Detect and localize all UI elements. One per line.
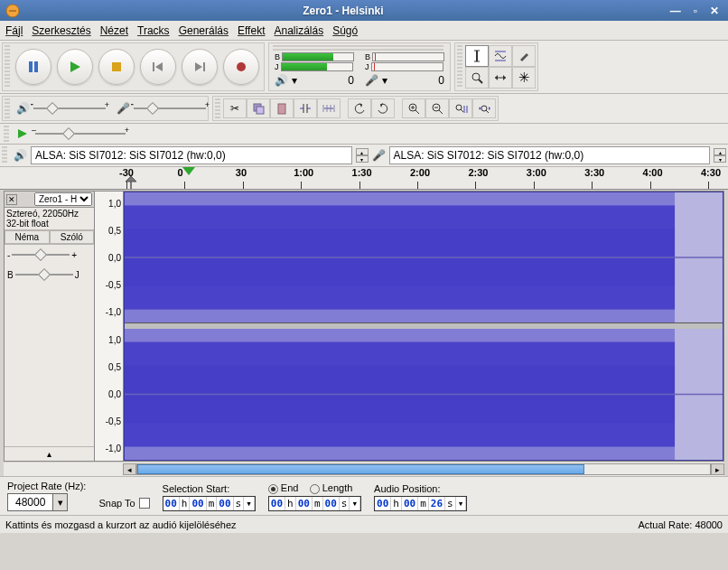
- skip-end-button[interactable]: [182, 49, 218, 85]
- menu-file[interactable]: Fájl: [5, 24, 23, 37]
- playback-speed-slider[interactable]: –+: [35, 127, 126, 140]
- waveform-display[interactable]: [124, 192, 723, 461]
- copy-button[interactable]: [247, 98, 270, 118]
- meter-menu[interactable]: ▾: [382, 74, 387, 87]
- playback-device-spinner[interactable]: ▴▾: [356, 148, 369, 163]
- zoom-in-button[interactable]: [402, 98, 425, 118]
- svg-rect-21: [257, 107, 264, 114]
- redo-button[interactable]: [371, 98, 395, 118]
- selection-end-field[interactable]: 00h00m00s▾: [268, 496, 361, 511]
- fit-project-button[interactable]: [472, 98, 496, 118]
- tools-toolbar: ✳: [454, 42, 538, 91]
- play-at-speed-button[interactable]: [17, 128, 30, 139]
- track-menu[interactable]: Zero1 - He: [34, 192, 92, 206]
- mute-button[interactable]: Néma: [5, 230, 50, 244]
- project-rate-dropdown[interactable]: ▾: [53, 493, 68, 511]
- scroll-right-button[interactable]: ▸: [711, 463, 724, 475]
- svg-marker-23: [359, 103, 362, 107]
- audio-position-field[interactable]: 00h00m26s▾: [374, 496, 467, 511]
- input-volume-slider[interactable]: ⁃+: [134, 102, 206, 115]
- statusbar: Kattints és mozgasd a kurzort az audió k…: [0, 515, 728, 533]
- zoom-tool[interactable]: [465, 67, 489, 89]
- scrollbar-thumb[interactable]: [137, 464, 584, 474]
- scroll-left-button[interactable]: ◂: [123, 463, 136, 475]
- speaker-icon: 🔊: [14, 149, 27, 162]
- menu-edit[interactable]: Szerkesztés: [32, 24, 90, 37]
- minimize-button[interactable]: —: [667, 5, 685, 17]
- skip-start-button[interactable]: [140, 49, 176, 85]
- svg-point-15: [472, 73, 480, 80]
- stop-button[interactable]: [98, 49, 135, 85]
- menu-generate[interactable]: Generálás: [179, 24, 229, 37]
- cut-button[interactable]: ✂: [223, 98, 247, 118]
- svg-marker-24: [380, 103, 383, 107]
- menu-effect[interactable]: Effekt: [238, 24, 265, 37]
- horizontal-scrollbar[interactable]: ◂ ▸: [4, 463, 724, 476]
- track-pan-slider[interactable]: [15, 268, 73, 281]
- selection-start-field[interactable]: 00h00m00s▾: [163, 496, 256, 511]
- multi-tool[interactable]: ✳: [512, 67, 536, 89]
- solo-button[interactable]: Szóló: [50, 230, 95, 244]
- device-toolbar: 🔊 ALSA: SiS SI7012: SiS SI7012 (hw:0,0) …: [0, 145, 728, 167]
- output-volume-slider[interactable]: ⁃+: [33, 102, 106, 115]
- selection-start-label: Selection Start:: [163, 483, 256, 494]
- track-info: Sztereó, 22050Hz32-bit float: [5, 208, 94, 230]
- end-radio[interactable]: [268, 484, 278, 494]
- zoom-out-button[interactable]: [425, 98, 449, 118]
- meter-toolbar: B J 🔊 ▾ 0 B J 🎤 ▾ 0: [268, 42, 451, 91]
- ruler-tick: 2:30: [468, 167, 488, 178]
- envelope-tool[interactable]: [489, 45, 512, 67]
- menu-tracks[interactable]: Tracks: [137, 24, 170, 37]
- ruler-tick: 2:00: [410, 167, 430, 178]
- draw-tool[interactable]: [512, 45, 536, 67]
- silence-button[interactable]: [317, 98, 341, 118]
- snap-to-checkbox[interactable]: [139, 498, 150, 509]
- record-device-spinner[interactable]: ▴▾: [714, 148, 726, 163]
- speaker-icon: 🔊: [275, 74, 288, 87]
- maximize-button[interactable]: ▫: [690, 5, 701, 17]
- close-button[interactable]: ✕: [706, 5, 723, 17]
- selection-tool[interactable]: [465, 45, 489, 67]
- timeshift-tool[interactable]: [489, 67, 512, 89]
- svg-line-33: [461, 109, 463, 112]
- svg-rect-4: [112, 62, 121, 71]
- mic-icon: 🎤: [372, 149, 386, 162]
- ruler-tick: 4:00: [643, 167, 663, 178]
- mic-icon: 🎤: [365, 74, 378, 87]
- svg-marker-7: [195, 62, 202, 71]
- record-meter[interactable]: B J 🎤 ▾ 0: [363, 51, 446, 89]
- menu-help[interactable]: Súgó: [332, 24, 358, 37]
- menu-view[interactable]: Nézet: [100, 24, 128, 37]
- svg-line-28: [415, 110, 419, 114]
- status-hint: Kattints és mozgasd a kurzort az audió k…: [5, 519, 237, 530]
- window-title: Zero1 - Helsinki: [25, 5, 661, 17]
- trim-button[interactable]: [294, 98, 317, 118]
- record-device-combo[interactable]: ALSA: SiS SI7012: SiS SI7012 (hw:0,0): [389, 146, 711, 164]
- track-collapse-button[interactable]: ▴: [5, 446, 94, 461]
- menubar: Fájl Szerkesztés Nézet Tracks Generálás …: [0, 21, 728, 41]
- svg-marker-19: [503, 75, 506, 80]
- ruler-tick: -30: [119, 167, 134, 178]
- length-radio[interactable]: [310, 484, 320, 494]
- speaker-icon: 🔊: [16, 102, 30, 115]
- svg-marker-6: [155, 62, 163, 71]
- track-close-button[interactable]: ✕: [6, 194, 17, 205]
- fit-selection-button[interactable]: [449, 98, 472, 118]
- meter-menu[interactable]: ▾: [292, 74, 297, 87]
- menu-analyze[interactable]: Analizálás: [274, 24, 323, 37]
- paste-button[interactable]: [270, 98, 294, 118]
- pause-button[interactable]: [15, 49, 51, 85]
- track-gain-slider[interactable]: [12, 248, 70, 261]
- ruler-tick: 0: [177, 167, 182, 178]
- track-area: ✕ Zero1 - He Sztereó, 22050Hz32-bit floa…: [4, 191, 724, 462]
- play-button[interactable]: [57, 49, 93, 85]
- svg-marker-3: [70, 61, 80, 72]
- record-button[interactable]: [223, 49, 259, 85]
- svg-rect-22: [278, 104, 285, 114]
- timeline-ruler[interactable]: -300301:001:302:002:303:003:304:004:30: [0, 167, 728, 190]
- undo-button[interactable]: [348, 98, 371, 118]
- playback-meter[interactable]: B J 🔊 ▾ 0: [273, 51, 356, 89]
- project-rate-field[interactable]: 48000: [7, 493, 53, 511]
- svg-rect-8: [203, 62, 205, 71]
- playback-device-combo[interactable]: ALSA: SiS SI7012: SiS SI7012 (hw:0,0): [31, 146, 352, 164]
